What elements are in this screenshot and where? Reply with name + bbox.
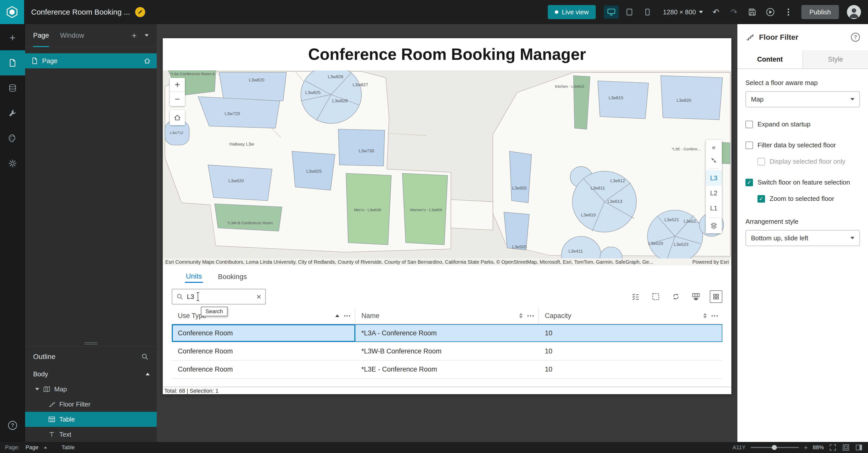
outline-item-map[interactable]: Map (25, 381, 157, 397)
floor-button-l1[interactable]: L1 (706, 201, 722, 216)
table-cell[interactable]: *L3A - Conference Room (355, 324, 539, 342)
zoom-slider[interactable] (751, 447, 799, 448)
outline-item-text[interactable]: Text (25, 427, 157, 442)
panel-resize-handle[interactable] (25, 340, 157, 346)
user-avatar[interactable] (847, 5, 861, 19)
app-logo-icon[interactable] (0, 0, 24, 24)
zoom-level[interactable]: 88% (813, 444, 824, 451)
active-widget-breadcrumb[interactable]: Table (62, 444, 75, 451)
live-view-button[interactable]: Live view (548, 5, 596, 19)
column-header-use-type[interactable]: Use Type (172, 308, 355, 324)
table-cell[interactable]: *L3W-B Conference Room (355, 342, 539, 360)
floor-plan-svg[interactable]: *L3w Conference Room AL3w820L3w825L3w826… (163, 70, 732, 258)
text-icon (48, 431, 55, 438)
map-widget[interactable]: *L3w Conference Room AL3w820L3w825L3w826… (163, 70, 732, 265)
page-panel-button[interactable] (0, 50, 25, 76)
search-icon[interactable] (141, 353, 149, 361)
desktop-device-icon[interactable] (604, 5, 619, 19)
map-select[interactable]: Map (745, 91, 860, 107)
floor-button-l2[interactable]: L2 (706, 186, 722, 201)
page-breadcrumb-value[interactable]: Page (26, 444, 38, 451)
tab-content[interactable]: Content (737, 50, 802, 68)
arrangement-select[interactable]: Bottom up, slide left (745, 230, 860, 246)
a11y-label[interactable]: A11Y (733, 444, 746, 451)
table-cell[interactable]: 10 (539, 324, 722, 342)
redo-icon[interactable]: ↷ (729, 7, 739, 17)
table-row[interactable]: Conference Room*L3W-B Conference Room10 (172, 342, 722, 361)
fit-to-screen-icon[interactable] (829, 444, 837, 452)
chevron-down-icon[interactable] (35, 388, 39, 390)
map-home-button[interactable] (170, 110, 185, 125)
publish-button[interactable]: Publish (801, 5, 839, 19)
outline-item-body[interactable]: Body (25, 367, 157, 381)
chevron-up-icon[interactable] (146, 373, 150, 375)
theme-panel-button[interactable] (0, 126, 25, 151)
tools-panel-button[interactable] (0, 101, 25, 126)
zoom-in-button[interactable]: + (170, 78, 185, 92)
search-input[interactable]: L3 × (172, 289, 266, 305)
checkbox-expand-on-startup[interactable]: Expand on startup (745, 120, 860, 128)
actual-size-icon[interactable] (842, 444, 850, 452)
table-cell[interactable]: 10 (539, 361, 722, 378)
more-options-icon[interactable] (783, 7, 794, 17)
refresh-icon[interactable] (670, 290, 682, 303)
tablet-device-icon[interactable] (622, 5, 637, 19)
chevron-up-icon[interactable] (44, 447, 47, 449)
save-icon[interactable] (747, 7, 757, 17)
edit-title-pencil-icon[interactable] (135, 7, 145, 17)
viewport-size-dropdown[interactable]: 1280 × 800 (663, 8, 703, 16)
show-selection-icon[interactable] (629, 290, 642, 303)
add-page-icon[interactable]: + (132, 31, 136, 40)
table-row[interactable]: Conference Room*L3A - Conference Room10 (172, 324, 722, 342)
preview-play-icon[interactable] (765, 7, 775, 17)
table-cell[interactable]: Conference Room (172, 361, 355, 378)
table-row[interactable]: Conference Room*L3E - Conference Room10 (172, 361, 722, 378)
toggle-right-panel-icon[interactable] (855, 444, 863, 452)
checkbox-zoom-to-selected-floor[interactable]: ✓Zoom to selected floor (757, 195, 860, 203)
table-cell[interactable]: Conference Room (172, 324, 355, 342)
data-panel-button[interactable] (0, 76, 25, 101)
checkbox-filter-data-by-selected-floor[interactable]: Filter data by selected floor (745, 141, 860, 149)
table-actions-grid-icon[interactable] (710, 290, 722, 303)
powered-by-esri[interactable]: Powered by Esri (692, 259, 729, 265)
tab-units[interactable]: Units (185, 271, 203, 283)
tab-window[interactable]: Window (60, 24, 84, 47)
tab-style[interactable]: Style (802, 50, 868, 68)
tab-bookings[interactable]: Bookings (217, 271, 248, 282)
table-cell[interactable]: 10 (539, 342, 722, 360)
sort-ascending-icon[interactable] (335, 314, 339, 317)
column-menu-icon[interactable] (343, 315, 351, 316)
outline-item-floor-filter[interactable]: Floor Filter (25, 397, 157, 412)
clear-search-icon[interactable]: × (256, 293, 261, 301)
zoom-slider-handle[interactable] (772, 445, 777, 450)
table-cell[interactable]: *L3E - Conference Room (355, 361, 539, 378)
column-menu-icon[interactable] (527, 315, 534, 316)
help-button[interactable]: ? (0, 413, 25, 438)
collapse-panel-icon[interactable]: « (706, 141, 722, 154)
checkbox-display-selected-floor-only[interactable]: Display selected floor only (757, 158, 860, 165)
floor-button-l3[interactable]: L3 (706, 170, 722, 186)
table-cell[interactable]: Conference Room (172, 342, 355, 360)
checkbox-switch-floor-on-feature-selection[interactable]: ✓Switch floor on feature selection (745, 178, 860, 186)
shrink-arrows-icon[interactable] (706, 154, 722, 167)
tab-page[interactable]: Page (33, 24, 49, 47)
insert-widget-button[interactable]: + (0, 25, 25, 50)
sort-icon[interactable] (519, 313, 523, 318)
zoom-out-button[interactable]: − (170, 92, 185, 106)
sort-icon[interactable] (703, 313, 707, 318)
phone-device-icon[interactable] (640, 5, 655, 19)
column-header-name[interactable]: Name (355, 308, 539, 324)
column-header-capacity[interactable]: Capacity (539, 308, 722, 324)
undo-icon[interactable]: ↶ (711, 7, 721, 17)
settings-panel-button[interactable] (0, 151, 25, 176)
zoom-in-icon[interactable]: + (804, 444, 808, 452)
help-icon[interactable]: ? (851, 33, 860, 42)
page-list-item[interactable]: Page (25, 53, 157, 68)
column-menu-icon[interactable] (711, 315, 718, 316)
outline-item-table[interactable]: Table (25, 412, 157, 427)
levels-layers-icon[interactable] (706, 219, 722, 232)
chevron-down-icon[interactable] (145, 34, 149, 37)
show-hide-columns-icon[interactable] (690, 290, 702, 303)
page-outline-panel: Page Window + Page Outline Body (25, 24, 157, 442)
select-by-rectangle-icon[interactable] (650, 290, 662, 303)
